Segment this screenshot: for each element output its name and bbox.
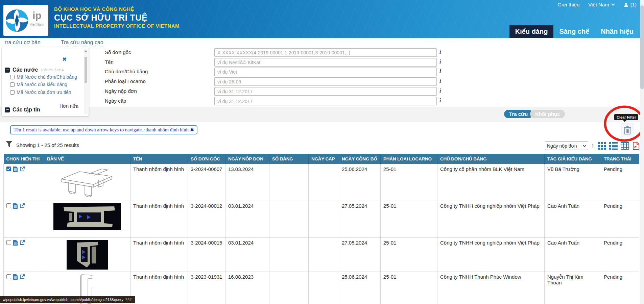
- design-drawing-image[interactable]: [55, 166, 119, 198]
- more-filters-link[interactable]: Hơn nữa: [59, 103, 78, 109]
- sort-ascending-arrow[interactable]: ↑: [591, 143, 595, 149]
- row-select-checkbox[interactable]: [6, 274, 11, 279]
- cell-owner: Công ty TNHH công nghiệp nhôm Việt Pháp: [437, 238, 545, 272]
- chip-remove-icon[interactable]: ✖: [190, 127, 194, 133]
- design-photo-image[interactable]: [67, 240, 108, 270]
- table-row[interactable]: Thanh nhôm định hình 3-2024-00015 03.01.…: [4, 238, 639, 272]
- filter-checkbox[interactable]: [10, 90, 15, 95]
- document-icon[interactable]: [13, 166, 18, 172]
- cell-name: Thanh nhôm định hình: [130, 238, 188, 272]
- search-button[interactable]: Tra cứu: [504, 110, 533, 118]
- col-so-don-goc[interactable]: SỐ ĐƠN GỐC: [188, 154, 225, 164]
- cell-app-no: 3-2024-00012: [188, 201, 225, 238]
- advanced-search-link[interactable]: Tra cứu nâng cao: [61, 40, 103, 46]
- ngay-cap-input[interactable]: [214, 97, 437, 105]
- ten-input[interactable]: [214, 58, 437, 67]
- field-label-so-don-goc: Số đơn gốc: [105, 49, 131, 55]
- locarno-input[interactable]: [214, 77, 437, 86]
- cell-name: Thanh nhôm định hình: [130, 201, 188, 238]
- table-row[interactable]: Thanh nhôm định hình 3-2024-00607 13.03.…: [4, 164, 639, 201]
- filter-option[interactable]: Mã Nước của kiểu dáng: [3, 81, 80, 88]
- chu-don-input[interactable]: [214, 68, 437, 76]
- office-title: CỤC SỞ HỮU TRÍ TUỆ: [54, 12, 180, 23]
- external-link-icon[interactable]: [20, 240, 25, 245]
- col-phan-loai-locarno[interactable]: PHÂN LOẠI LOCARNO: [381, 154, 437, 164]
- grid-view-icon[interactable]: [598, 142, 606, 150]
- field-label-ngay-nop-don: Ngày nộp đơn: [105, 88, 137, 94]
- tab-kieu-dang[interactable]: Kiểu dáng: [509, 25, 554, 38]
- row-select-checkbox[interactable]: [6, 240, 11, 245]
- ministry-title: BỘ KHOA HỌC VÀ CÔNG NGHỆ: [54, 6, 180, 12]
- filter-sidebar-panel: ✖ Các nước Hiển thị 3 of 4 Mã Nước chủ đ…: [2, 47, 89, 116]
- about-link[interactable]: Giới thiệu: [557, 2, 579, 7]
- external-link-icon[interactable]: [20, 274, 25, 279]
- external-link-icon[interactable]: [20, 203, 25, 208]
- filter-option[interactable]: Mã Nước của đơn ưu tiên: [3, 89, 80, 96]
- page-scrollbar[interactable]: [640, 0, 644, 304]
- collapse-minus-icon[interactable]: [5, 68, 10, 73]
- user-menu[interactable]: (1): [624, 2, 637, 7]
- document-icon[interactable]: [13, 203, 18, 209]
- col-ngay-nop-don[interactable]: NGÀY NỘP ĐƠN: [225, 154, 269, 164]
- col-tac-gia[interactable]: TÁC GIẢ KIỂU DÁNG: [545, 154, 601, 164]
- tab-sang-che[interactable]: Sáng chế: [553, 25, 595, 38]
- info-icon[interactable]: i: [439, 88, 441, 94]
- cell-granted: [309, 164, 339, 201]
- col-chu-don[interactable]: CHỦ ĐƠN/CHỦ BẰNG: [437, 154, 545, 164]
- col-ban-ve[interactable]: BẢN VẼ: [44, 154, 130, 164]
- sort-select[interactable]: Ngày nộp đơn: [545, 142, 588, 150]
- external-link-icon[interactable]: [20, 166, 25, 172]
- sidebar-scrollbar[interactable]: ▲: [84, 49, 88, 114]
- scroll-up-arrow-icon[interactable]: ▲: [85, 49, 87, 52]
- status-badge: Pending: [601, 201, 639, 238]
- filter-checkbox[interactable]: [10, 82, 15, 87]
- col-so-bang[interactable]: SỐ BẰNG: [269, 154, 309, 164]
- scrollbar-thumb[interactable]: [640, 5, 644, 89]
- ngay-nop-don-input[interactable]: [214, 87, 437, 96]
- countries-section-header[interactable]: Các nước Hiển thị 3 of 4: [5, 67, 64, 73]
- cell-app-no: 3-2024-00607: [188, 164, 225, 201]
- info-icon[interactable]: i: [439, 59, 441, 65]
- chevron-down-icon: [583, 145, 586, 147]
- info-icon[interactable]: i: [439, 78, 441, 84]
- cell-reg-no: [269, 238, 309, 272]
- col-chon-hien-thi[interactable]: CHỌN HIỂN THỊ: [4, 154, 44, 164]
- table-header-row: CHỌN HIỂN THỊ BẢN VẼ TÊN SỐ ĐƠN GỐC NGÀY…: [4, 154, 639, 164]
- design-photo-image[interactable]: [53, 203, 121, 230]
- info-icon[interactable]: i: [439, 49, 441, 55]
- basic-search-link[interactable]: tra cứu cơ bản: [5, 40, 41, 46]
- col-ngay-cong-bo[interactable]: NGÀY CÔNG BỐ: [339, 154, 381, 164]
- pdf-export-icon[interactable]: [632, 142, 640, 150]
- document-icon[interactable]: [13, 274, 18, 280]
- so-don-goc-input[interactable]: [214, 48, 437, 57]
- close-icon[interactable]: ✖: [62, 56, 67, 62]
- row-select-checkbox[interactable]: [6, 167, 11, 171]
- list-view-icon[interactable]: [609, 142, 618, 150]
- search-term-chip[interactable]: Tên 1 result is available, use up and do…: [10, 125, 197, 134]
- collapse-minus-icon[interactable]: [5, 107, 10, 112]
- col-trang-thai[interactable]: TRẠNG THÁI: [601, 154, 639, 164]
- scrollbar-thumb[interactable]: [85, 57, 87, 83]
- info-icon[interactable]: i: [439, 68, 441, 74]
- col-ngay-cap[interactable]: NGÀY CẤP: [309, 154, 339, 164]
- clear-filter-button[interactable]: [621, 124, 634, 137]
- row-select-checkbox[interactable]: [6, 203, 11, 208]
- wipo-publish-design-search-page: ip Viet Nam BỘ KHOA HỌC VÀ CÔNG NGHỆ CỤC…: [0, 0, 644, 304]
- header-titles: BỘ KHOA HỌC VÀ CÔNG NGHỆ CỤC SỞ HỮU TRÍ …: [54, 6, 180, 29]
- filter-checkbox[interactable]: [10, 75, 15, 79]
- table-view-icon[interactable]: [621, 142, 629, 150]
- table-row[interactable]: Thanh nhôm định hình 3-2024-00012 03.01.…: [4, 201, 639, 238]
- files-section-header[interactable]: Các tập tin: [5, 107, 40, 113]
- reset-button[interactable]: Khôi phục: [530, 110, 565, 118]
- language-label: Việt Nam: [588, 2, 609, 7]
- cell-locarno: 25-01: [381, 201, 437, 238]
- ipvietnam-logo[interactable]: ip Viet Nam: [3, 5, 48, 36]
- col-ten[interactable]: TÊN: [130, 154, 188, 164]
- cell-granted: [309, 238, 339, 272]
- filter-funnel-icon[interactable]: [5, 141, 13, 148]
- tab-nhan-hieu[interactable]: Nhãn hiệu: [595, 25, 639, 38]
- filter-option[interactable]: Mã Nước chủ đơn/Chủ bằng: [3, 74, 80, 80]
- language-selector[interactable]: Việt Nam: [588, 2, 615, 7]
- document-icon[interactable]: [13, 240, 18, 246]
- info-icon[interactable]: i: [439, 98, 441, 104]
